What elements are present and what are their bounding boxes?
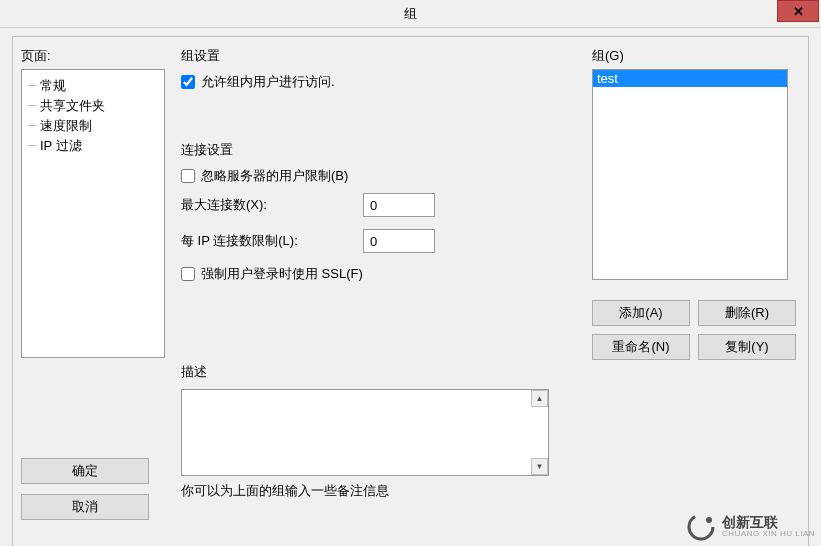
sidebar-item-shared-folders[interactable]: 共享文件夹 — [28, 96, 164, 116]
force-ssl-checkbox[interactable] — [181, 267, 195, 281]
max-conn-input[interactable] — [363, 193, 435, 217]
ignore-server-limit-label: 忽略服务器的用户限制(B) — [201, 167, 348, 185]
list-item[interactable]: test — [593, 70, 787, 87]
per-ip-label: 每 IP 连接数限制(L): — [181, 232, 363, 250]
description-hint: 你可以为上面的组输入一些备注信息 — [181, 482, 574, 500]
ignore-server-limit-checkbox[interactable] — [181, 169, 195, 183]
textarea-scroll: ▲ ▼ — [531, 390, 548, 475]
sidebar-item-speed-limit[interactable]: 速度限制 — [28, 116, 164, 136]
watermark-logo-icon — [686, 512, 716, 542]
watermark-en: CHUANG XIN HU LIAN — [722, 530, 815, 539]
groups-label: 组(G) — [592, 47, 796, 65]
allow-access-checkbox[interactable] — [181, 75, 195, 89]
titlebar: 组 ✕ — [0, 0, 821, 28]
groups-listbox[interactable]: test — [592, 69, 788, 280]
window-title: 组 — [404, 5, 417, 23]
main-panel: 页面: 常规 共享文件夹 速度限制 IP 过滤 确定 取消 组设置 允许组内用户… — [12, 36, 809, 546]
max-conn-label: 最大连接数(X): — [181, 196, 363, 214]
pages-label: 页面: — [21, 47, 155, 65]
per-ip-input[interactable] — [363, 229, 435, 253]
description-textarea[interactable] — [181, 389, 549, 476]
description-title: 描述 — [181, 363, 574, 381]
sidebar-item-ip-filter[interactable]: IP 过滤 — [28, 136, 164, 156]
delete-button[interactable]: 删除(R) — [698, 300, 796, 326]
close-icon: ✕ — [793, 4, 804, 19]
watermark-cn: 创新互联 — [722, 515, 815, 530]
allow-access-label: 允许组内用户进行访问. — [201, 73, 335, 91]
group-settings-title: 组设置 — [181, 47, 574, 65]
cancel-button[interactable]: 取消 — [21, 494, 149, 520]
ok-button[interactable]: 确定 — [21, 458, 149, 484]
sidebar-item-general[interactable]: 常规 — [28, 76, 164, 96]
scroll-up-icon[interactable]: ▲ — [531, 390, 548, 407]
scroll-down-icon[interactable]: ▼ — [531, 458, 548, 475]
connection-settings-title: 连接设置 — [181, 141, 574, 159]
add-button[interactable]: 添加(A) — [592, 300, 690, 326]
rename-button[interactable]: 重命名(N) — [592, 334, 690, 360]
copy-button[interactable]: 复制(Y) — [698, 334, 796, 360]
watermark: 创新互联 CHUANG XIN HU LIAN — [686, 512, 815, 542]
force-ssl-label: 强制用户登录时使用 SSL(F) — [201, 265, 363, 283]
close-button[interactable]: ✕ — [777, 0, 819, 22]
svg-point-1 — [706, 517, 712, 523]
pages-tree[interactable]: 常规 共享文件夹 速度限制 IP 过滤 — [21, 69, 165, 358]
